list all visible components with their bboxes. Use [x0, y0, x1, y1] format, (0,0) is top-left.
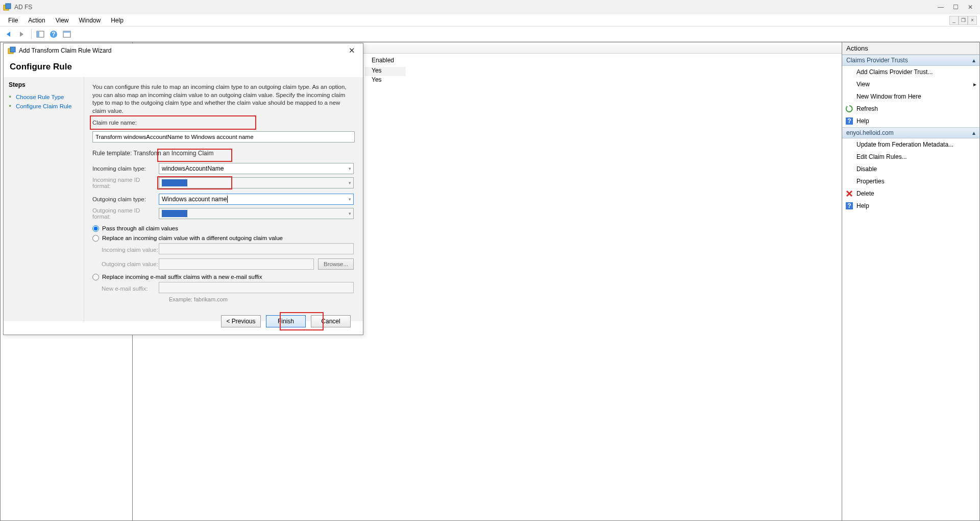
outgoing-nameid-label: Outgoing name ID format: [92, 207, 159, 220]
incoming-claim-value-input [159, 243, 354, 254]
actions-group-label: Claims Provider Trusts [846, 57, 908, 64]
action-new-window[interactable]: New Window from Here [842, 90, 979, 103]
dialog-header: Configure Rule [4, 58, 363, 77]
svg-text:?: ? [52, 31, 55, 38]
steps-title: Steps [9, 81, 84, 88]
actions-title: Actions [842, 42, 979, 55]
chevron-right-icon: ▸ [973, 81, 976, 88]
rule-template-label: Rule template: Transform an Incoming Cla… [92, 150, 355, 157]
dialog-title: Add Transform Claim Rule Wizard [19, 47, 111, 54]
claim-rule-name-input[interactable] [92, 131, 355, 143]
action-delete[interactable]: Delete [842, 187, 979, 200]
incoming-nameid-label: Incoming name ID format: [92, 177, 159, 189]
dialog-titlebar[interactable]: Add Transform Claim Rule Wizard ✕ [4, 43, 363, 58]
outgoing-claim-type-label: Outgoing claim type: [92, 196, 159, 202]
form-pane: You can configure this rule to map an in… [84, 77, 363, 321]
mdi-minimize-button[interactable]: _ [949, 16, 959, 25]
rule-name-label: Claim rule name: [92, 119, 355, 127]
action-edit-claim-rules[interactable]: Edit Claim Rules... [842, 151, 979, 163]
action-help[interactable]: ? Help [842, 115, 979, 127]
replace-value-radio[interactable] [92, 235, 99, 242]
menubar: File Action View Window Help _ ❐ × [0, 14, 980, 27]
example-text: Example: fabrikam.com [169, 296, 355, 302]
mdi-close-button[interactable]: × [968, 16, 977, 25]
window-title: AD FS [14, 4, 32, 11]
passthrough-radio[interactable] [92, 225, 99, 232]
action-properties[interactable]: Properties [842, 175, 979, 187]
replace-suffix-radio[interactable] [92, 274, 99, 280]
delete-icon [845, 190, 853, 198]
action-view[interactable]: View ▸ [842, 78, 979, 90]
cell-enabled: Yes [365, 76, 406, 85]
help-icon: ? [845, 117, 853, 125]
cell-enabled: Yes [365, 67, 406, 76]
help-icon: ? [845, 202, 853, 210]
outgoing-claim-type-combo[interactable]: Windows account name ▾ [159, 194, 354, 205]
forward-button[interactable] [16, 28, 29, 40]
action-help[interactable]: ? Help [842, 200, 979, 212]
properties-button[interactable] [61, 28, 73, 40]
show-hide-tree-button[interactable] [34, 28, 46, 40]
actions-group-label: enyoi.helloid.com [846, 129, 894, 136]
svg-rect-13 [10, 47, 15, 52]
chevron-down-icon: ▾ [349, 166, 351, 171]
intro-text: You can configure this rule to map an in… [92, 83, 355, 115]
actions-group-header-trusts[interactable]: Claims Provider Trusts ▴ [842, 55, 979, 66]
add-transform-claim-rule-wizard-dialog: Add Transform Claim Rule Wizard ✕ Config… [3, 43, 363, 335]
steps-pane: Steps Choose Rule Type Configure Claim R… [4, 77, 84, 321]
incoming-claim-value-label: Incoming claim value: [102, 247, 159, 253]
chevron-down-icon: ▾ [349, 197, 351, 202]
step-choose-rule-type[interactable]: Choose Rule Type [9, 92, 84, 102]
outgoing-nameid-combo: ▾ [159, 208, 354, 219]
maximize-button[interactable]: ☐ [953, 4, 959, 11]
browse-button: Browse... [318, 258, 354, 270]
menu-help[interactable]: Help [106, 16, 129, 25]
wizard-icon [8, 46, 16, 55]
action-disable[interactable]: Disable [842, 163, 979, 175]
window-controls: — ☐ ✕ [938, 4, 977, 11]
close-button[interactable]: ✕ [968, 4, 973, 11]
new-suffix-label: New e-mail suffix: [102, 286, 159, 292]
cancel-button[interactable]: Cancel [311, 315, 351, 327]
collapse-arrow-icon: ▴ [972, 129, 975, 136]
action-update-federation-metadata[interactable]: Update from Federation Metadata... [842, 138, 979, 151]
column-header-enabled[interactable]: Enabled [372, 57, 394, 64]
chevron-down-icon: ▾ [349, 211, 351, 216]
action-add-claims-provider-trust[interactable]: Add Claims Provider Trust... [842, 66, 979, 78]
svg-rect-1 [6, 4, 11, 9]
toolbar-separator [31, 29, 32, 39]
svg-text:?: ? [847, 202, 851, 209]
replace-value-label: Replace an incoming claim value with a d… [102, 235, 283, 241]
collapse-arrow-icon: ▴ [972, 57, 975, 64]
actions-group-header-enyoi[interactable]: enyoi.helloid.com ▴ [842, 127, 979, 138]
help-button[interactable]: ? [47, 28, 60, 40]
window-titlebar: AD FS — ☐ ✕ [0, 0, 980, 14]
adfs-app-icon [3, 3, 11, 11]
minimize-button[interactable]: — [938, 4, 944, 11]
svg-rect-3 [37, 31, 39, 37]
menu-window[interactable]: Window [74, 16, 106, 25]
toolbar: ? [0, 27, 980, 42]
outgoing-claim-value-label: Outgoing claim value: [102, 261, 159, 267]
menu-view[interactable]: View [51, 16, 74, 25]
svg-text:?: ? [847, 117, 851, 125]
incoming-nameid-combo: ▾ [159, 177, 354, 188]
back-button[interactable] [3, 28, 15, 40]
mdi-restore-button[interactable]: ❐ [959, 16, 968, 25]
outgoing-claim-value-input [159, 258, 314, 270]
list-row[interactable]: Yes [365, 76, 406, 85]
dialog-close-button[interactable]: ✕ [345, 45, 359, 56]
menu-action[interactable]: Action [23, 16, 50, 25]
replace-suffix-label: Replace incoming e-mail suffix claims wi… [102, 274, 262, 280]
step-configure-claim-rule[interactable]: Configure Claim Rule [9, 102, 84, 111]
menu-file[interactable]: File [3, 16, 23, 25]
action-refresh[interactable]: Refresh [842, 103, 979, 115]
mdi-controls: _ ❐ × [949, 16, 977, 25]
previous-button[interactable]: < Previous [221, 315, 261, 327]
passthrough-label: Pass through all claim values [102, 225, 178, 231]
finish-button[interactable]: Finish [266, 315, 306, 327]
list-row[interactable]: Yes [365, 67, 406, 76]
incoming-claim-type-combo[interactable]: windowsAccountName ▾ [159, 163, 354, 174]
chevron-down-icon: ▾ [349, 180, 351, 185]
svg-rect-7 [63, 31, 70, 33]
